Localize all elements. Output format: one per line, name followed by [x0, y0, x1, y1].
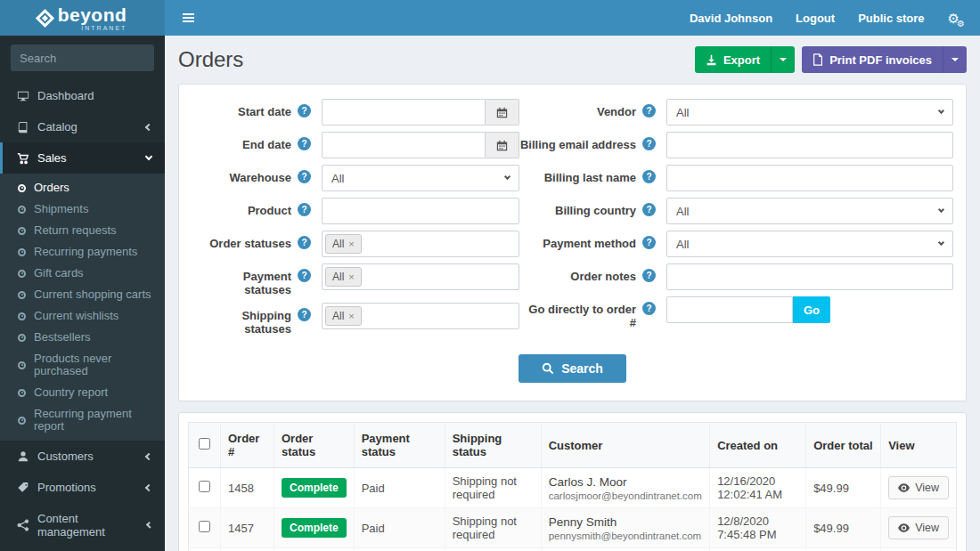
- sidebar-item-configuration[interactable]: ⚙ Configuration: [0, 547, 165, 551]
- shipping-statuses-label: Shipping statuses?: [195, 303, 311, 336]
- column-header-order[interactable]: Order #: [221, 423, 274, 468]
- sidebar-item-country-report[interactable]: Country report: [0, 382, 165, 403]
- sidebar-item-promotions[interactable]: Promotions: [0, 472, 165, 503]
- billing-country-select[interactable]: All: [666, 198, 953, 224]
- sidebar-item-label: Products never purchased: [34, 352, 160, 377]
- sidebar-item-return-requests[interactable]: Return requests: [0, 220, 165, 241]
- help-icon[interactable]: ?: [642, 104, 656, 117]
- table-row: 1458 Complete Paid Shipping not required…: [189, 468, 957, 508]
- public-store-link[interactable]: Public store: [858, 12, 924, 25]
- payment-statuses-label: Payment statuses?: [195, 263, 311, 296]
- help-icon[interactable]: ?: [298, 269, 311, 282]
- sidebar-toggle-button[interactable]: [177, 8, 200, 28]
- sidebar-item-recurring-payment-report[interactable]: Recurring payment report: [0, 403, 165, 437]
- column-header-payment-status[interactable]: Payment status: [354, 423, 445, 468]
- sidebar-item-bestsellers[interactable]: Bestsellers: [0, 327, 165, 348]
- remove-icon[interactable]: ×: [348, 311, 354, 321]
- sidebar-item-gift-cards[interactable]: Gift cards: [0, 263, 165, 284]
- sidebar-item-current-wishlists[interactable]: Current wishlists: [0, 305, 165, 327]
- payment-method-select[interactable]: All: [666, 231, 953, 257]
- sidebar-item-label: Current shopping carts: [34, 288, 151, 301]
- payment-status: Paid: [354, 468, 445, 508]
- search-button[interactable]: Search: [519, 354, 626, 383]
- help-icon[interactable]: ?: [642, 137, 656, 150]
- payment-statuses-multiselect[interactable]: All×: [322, 263, 519, 290]
- help-icon[interactable]: ?: [642, 203, 656, 216]
- select-all-checkbox[interactable]: [199, 438, 210, 450]
- eye-icon: [898, 523, 910, 532]
- cart-icon: [16, 152, 29, 165]
- export-dropdown-button[interactable]: [771, 46, 795, 73]
- customer-name: Penny Smith: [549, 515, 702, 529]
- settings-gears-icon[interactable]: ⚙⚙: [948, 12, 968, 25]
- help-icon[interactable]: ?: [298, 170, 311, 183]
- sidebar-item-label: Return requests: [34, 224, 117, 237]
- sidebar-item-shipments[interactable]: Shipments: [0, 199, 165, 220]
- row-checkbox[interactable]: [199, 521, 210, 532]
- export-button[interactable]: Export: [695, 46, 771, 73]
- sidebar-item-dashboard[interactable]: Dashboard: [0, 80, 165, 111]
- sidebar-item-products-never-purchased[interactable]: Products never purchased: [0, 348, 165, 382]
- orders-table: Order # Order status Payment status Ship…: [188, 422, 957, 551]
- billing-last-name-input[interactable]: [666, 165, 953, 191]
- product-input[interactable]: [322, 198, 519, 224]
- sidebar-item-customers[interactable]: Customers: [0, 441, 165, 472]
- calendar-icon[interactable]: [486, 132, 519, 158]
- billing-email-input[interactable]: [666, 132, 953, 158]
- download-icon: [706, 54, 717, 66]
- logout-link[interactable]: Logout: [796, 12, 835, 25]
- remove-icon[interactable]: ×: [348, 271, 354, 282]
- go-button[interactable]: Go: [793, 296, 830, 323]
- column-header-shipping-status[interactable]: Shipping status: [445, 423, 541, 468]
- column-header-order-status[interactable]: Order status: [274, 423, 355, 468]
- sidebar-item-label: Catalog: [37, 120, 78, 134]
- help-icon[interactable]: ?: [642, 302, 656, 315]
- help-icon[interactable]: ?: [298, 104, 311, 117]
- caret-down-icon: [951, 58, 959, 61]
- view-button[interactable]: View: [888, 476, 949, 499]
- sidebar-item-content-management[interactable]: Content management: [0, 503, 165, 547]
- help-icon[interactable]: ?: [642, 170, 656, 183]
- column-header-created-on[interactable]: Created on: [710, 423, 806, 468]
- start-date-input[interactable]: [322, 99, 486, 126]
- print-pdf-invoices-button[interactable]: Print PDF invoices: [802, 46, 943, 73]
- chevron-left-icon: [145, 452, 152, 459]
- sidebar-item-catalog[interactable]: Catalog: [0, 111, 165, 142]
- sidebar-item-recurring-payments[interactable]: Recurring payments: [0, 241, 165, 263]
- chevron-left-icon: [145, 483, 152, 490]
- column-header-order-total[interactable]: Order total: [806, 423, 881, 468]
- order-statuses-multiselect[interactable]: All×: [322, 231, 519, 257]
- calendar-icon[interactable]: [486, 99, 519, 126]
- remove-icon[interactable]: ×: [348, 239, 354, 249]
- go-to-order-input[interactable]: [666, 296, 793, 323]
- sidebar-item-orders[interactable]: Orders: [0, 177, 165, 199]
- select-all-header: [189, 423, 221, 468]
- help-icon[interactable]: ?: [642, 236, 656, 249]
- user-menu-link[interactable]: David Johnson: [690, 12, 772, 25]
- help-icon[interactable]: ?: [298, 137, 311, 150]
- order-notes-input[interactable]: [666, 263, 953, 290]
- vendor-select[interactable]: All: [666, 99, 953, 126]
- end-date-input[interactable]: [322, 132, 486, 158]
- search-filters-panel: Start date? End date? Warehouse? All Pro…: [178, 84, 967, 401]
- warehouse-select[interactable]: All: [322, 165, 519, 191]
- row-checkbox[interactable]: [199, 481, 210, 492]
- app-window: beyond INTRANET David Johnson Logout Pub…: [0, 0, 980, 551]
- shipping-statuses-multiselect[interactable]: All×: [322, 303, 519, 329]
- help-icon[interactable]: ?: [298, 203, 311, 216]
- sidebar-item-current-shopping-carts[interactable]: Current shopping carts: [0, 284, 165, 305]
- view-button[interactable]: View: [888, 516, 949, 539]
- help-icon[interactable]: ?: [298, 236, 311, 249]
- help-icon[interactable]: ?: [298, 308, 311, 321]
- column-header-customer[interactable]: Customer: [541, 423, 709, 468]
- chevron-left-icon: [145, 123, 152, 130]
- sidebar-item-sales[interactable]: Sales: [0, 142, 165, 174]
- go-to-order-label: Go directly to order #?: [519, 296, 656, 329]
- help-icon[interactable]: ?: [642, 269, 656, 282]
- selected-chip: All×: [325, 267, 362, 287]
- app-logo[interactable]: beyond INTRANET: [0, 0, 165, 36]
- sidebar-item-label: Content management: [37, 512, 131, 539]
- top-navbar: beyond INTRANET David Johnson Logout Pub…: [0, 0, 980, 36]
- print-pdf-dropdown-button[interactable]: [943, 46, 967, 73]
- sidebar-search-input[interactable]: [11, 52, 165, 65]
